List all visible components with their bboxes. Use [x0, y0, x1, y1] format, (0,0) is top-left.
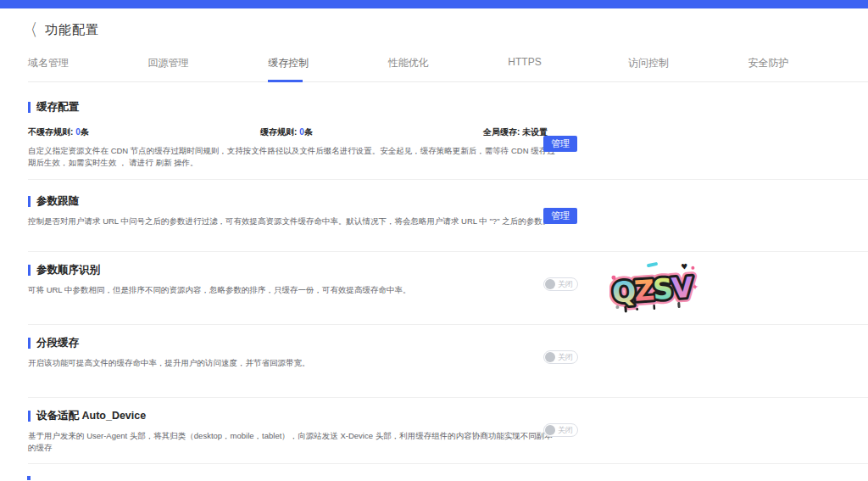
section-title-text: 缓存配置	[36, 100, 79, 115]
stat-label: 不缓存规则:	[28, 127, 73, 137]
stat-global-cache: 全局缓存: 未设置	[483, 126, 548, 138]
toggle-label: 关闭	[558, 352, 573, 363]
section-description: 可将 URL 中参数相同，但是排序不同的资源内容，忽略参数的排序，只缓存一份，可…	[28, 284, 558, 296]
main-content: 缓存配置 不缓存规则: 0条 缓存规则: 0条 全局缓存: 未设置 自定义指定资…	[0, 82, 868, 464]
section-device-adapt: 设备适配 Auto_Device 基于用户发来的 User-Agent 头部，将…	[28, 398, 868, 464]
tab-cache-control-label: 缓存控制	[268, 57, 309, 69]
stat-unit: 条	[81, 127, 89, 137]
section-description: 开启该功能可提高文件的缓存命中率，提升用户的访问速度，并节省回源带宽。	[28, 357, 558, 369]
section-title-text: 分段缓存	[36, 336, 79, 350]
back-icon[interactable]: 〈	[24, 22, 37, 39]
watermark-drip-decoration	[653, 305, 655, 310]
top-accent-bar	[0, 0, 868, 8]
section-title-accent-bar	[28, 338, 31, 349]
tab-cache-control[interactable]: 缓存控制	[268, 56, 388, 81]
section-description: 自定义指定资源文件在 CDN 节点的缓存过期时间规则，支持按文件路径以及文件后缀…	[28, 145, 558, 169]
toggle-knob	[545, 279, 555, 289]
sparkle-icon: ✦	[691, 282, 698, 292]
graffiti-watermark-sticker: Q Z S V Q Z S V Q Z S V ♥ ✦	[609, 262, 699, 315]
section-title-accent-bar	[28, 196, 31, 207]
tab-https[interactable]: HTTPS	[508, 56, 628, 81]
section-title: 参数跟随	[28, 194, 868, 209]
heart-icon: ♥	[681, 262, 688, 271]
tab-origin-management[interactable]: 回源管理	[148, 56, 269, 81]
stat-no-cache-rules: 不缓存规则: 0条	[28, 126, 260, 138]
tab-security[interactable]: 安全防护	[748, 56, 868, 81]
section-title: 设备适配 Auto_Device	[28, 409, 868, 423]
stat-unit: 条	[304, 127, 313, 137]
section-title-accent-bar	[28, 102, 31, 113]
watermark-drip-decoration	[677, 302, 680, 308]
tab-bar: 域名管理 回源管理 缓存控制 性能优化 HTTPS 访问控制 安全防护	[28, 56, 868, 82]
section-cache-config: 缓存配置 不缓存规则: 0条 缓存规则: 0条 全局缓存: 未设置 自定义指定资…	[28, 82, 868, 180]
section-title: 分段缓存	[28, 336, 868, 350]
page-title: 功能配置	[45, 22, 99, 38]
stat-label: 缓存规则:	[260, 127, 297, 137]
section-title-accent-bar	[28, 411, 31, 422]
section-title-text: 参数跟随	[36, 194, 79, 209]
tab-domain-management[interactable]: 域名管理	[28, 56, 148, 81]
param-follow-manage-button[interactable]: 管理	[543, 208, 577, 224]
range-cache-toggle[interactable]: 关闭	[543, 350, 578, 364]
section-param-follow: 参数跟随 控制是否对用户请求 URL 中问号之后的参数进行过滤，可有效提高资源文…	[28, 180, 868, 252]
watermark-dash-decoration	[647, 262, 659, 267]
stat-label: 全局缓存:	[483, 127, 520, 137]
graffiti-watermark-svg: Q Z S V Q Z S V Q Z S V ♥ ✦	[609, 262, 699, 315]
cache-stats-row: 不缓存规则: 0条 缓存规则: 0条 全局缓存: 未设置	[28, 126, 868, 138]
section-title: 缓存配置	[28, 100, 868, 115]
stat-cache-rules: 缓存规则: 0条	[260, 126, 483, 138]
section-range-cache: 分段缓存 开启该功能可提高文件的缓存命中率，提升用户的访问速度，并节省回源带宽。…	[28, 325, 868, 398]
toggle-knob	[545, 352, 555, 362]
param-order-toggle[interactable]: 关闭	[543, 277, 578, 291]
section-title-text: 设备适配 Auto_Device	[36, 409, 146, 423]
toggle-knob	[545, 425, 555, 435]
watermark-drip-decoration	[636, 308, 638, 310]
section-description: 基于用户发来的 User-Agent 头部，将其归类（desktop，mobil…	[28, 430, 558, 454]
tab-performance[interactable]: 性能优化	[388, 56, 509, 81]
tab-access-control[interactable]: 访问控制	[628, 56, 748, 81]
next-section-accent-bar	[27, 476, 31, 480]
section-title-accent-bar	[28, 265, 31, 276]
section-title-text: 参数顺序识别	[36, 263, 100, 277]
section-title: 参数顺序识别	[28, 263, 868, 277]
toggle-label: 关闭	[558, 425, 573, 436]
section-description: 控制是否对用户请求 URL 中问号之后的参数进行过滤，可有效提高资源文件缓存命中…	[28, 215, 558, 227]
toggle-label: 关闭	[558, 279, 573, 290]
page-header: 〈 功能配置	[0, 8, 868, 38]
cache-config-manage-button[interactable]: 管理	[543, 136, 577, 152]
watermark-dot-decoration	[691, 266, 694, 270]
section-param-order: 参数顺序识别 可将 URL 中参数相同，但是排序不同的资源内容，忽略参数的排序，…	[28, 252, 868, 325]
watermark-drip-decoration	[624, 305, 627, 312]
device-adapt-toggle[interactable]: 关闭	[543, 423, 578, 437]
